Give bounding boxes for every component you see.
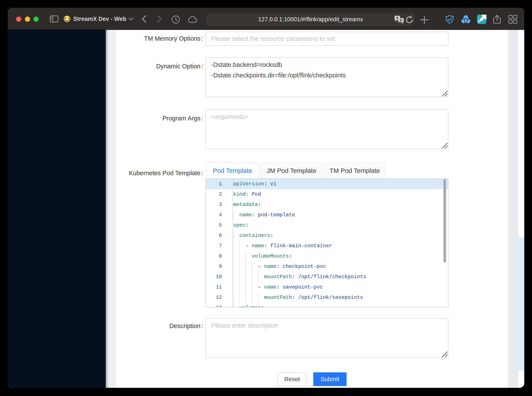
svg-text:文: 文 bbox=[399, 18, 403, 22]
